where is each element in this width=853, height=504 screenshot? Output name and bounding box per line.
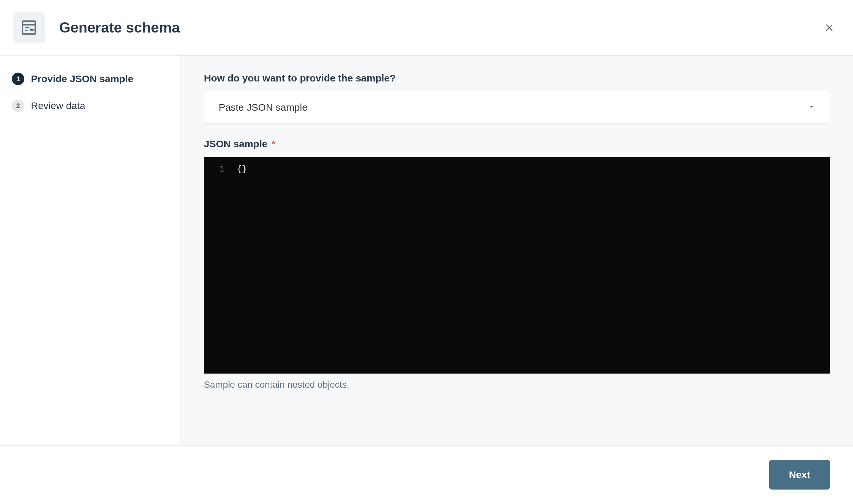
step-number-badge: 2 [12,100,24,112]
schema-icon [13,12,45,43]
dialog-header: Generate schema [0,0,853,55]
close-icon [825,23,834,32]
json-code-editor[interactable]: 1 {} [204,157,830,374]
editor-gutter: 1 [204,163,233,374]
main-panel: How do you want to provide the sample? P… [181,55,853,445]
dialog-footer: Next [0,445,853,504]
next-button[interactable]: Next [769,460,830,489]
svg-point-4 [32,29,33,30]
step-sidebar: 1 Provide JSON sample 2 Review data [0,55,181,445]
required-indicator: * [272,138,276,149]
sample-method-field: How do you want to provide the sample? P… [204,73,830,124]
json-sample-label-text: JSON sample [204,138,267,149]
dialog-title: Generate schema [59,19,180,36]
sample-method-select[interactable]: Paste JSON sample [204,91,830,124]
json-sample-label: JSON sample * [204,138,830,149]
step-provide-json[interactable]: 1 Provide JSON sample [12,73,169,85]
line-number: 1 [204,163,224,176]
json-sample-field: JSON sample * 1 {} Sample can contain ne… [204,138,830,390]
chevron-down-icon [808,103,815,112]
dialog-body: 1 Provide JSON sample 2 Review data How … [0,55,853,445]
select-value: Paste JSON sample [219,102,808,113]
step-review-data[interactable]: 2 Review data [12,100,169,112]
helper-text: Sample can contain nested objects. [204,379,830,390]
editor-content[interactable]: {} [233,163,830,374]
step-number-badge: 1 [12,73,24,85]
generate-schema-dialog: Generate schema 1 Provide JSON sample 2 … [0,0,853,504]
step-label: Review data [31,100,85,111]
sample-method-label: How do you want to provide the sample? [204,73,830,84]
close-button[interactable] [821,20,837,35]
step-label: Provide JSON sample [31,73,134,85]
